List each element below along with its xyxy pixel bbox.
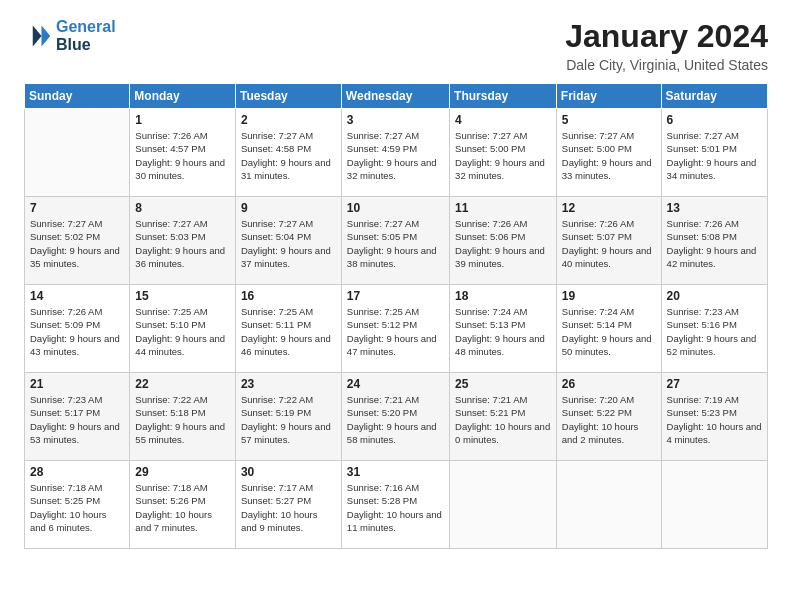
day-info: Sunrise: 7:22 AMSunset: 5:19 PMDaylight:… (241, 393, 336, 446)
calendar-cell: 26Sunrise: 7:20 AMSunset: 5:22 PMDayligh… (556, 373, 661, 461)
calendar-cell: 7Sunrise: 7:27 AMSunset: 5:02 PMDaylight… (25, 197, 130, 285)
day-info: Sunrise: 7:26 AMSunset: 5:08 PMDaylight:… (667, 217, 762, 270)
day-info: Sunrise: 7:27 AMSunset: 5:01 PMDaylight:… (667, 129, 762, 182)
calendar-cell: 19Sunrise: 7:24 AMSunset: 5:14 PMDayligh… (556, 285, 661, 373)
day-info: Sunrise: 7:22 AMSunset: 5:18 PMDaylight:… (135, 393, 230, 446)
day-info: Sunrise: 7:25 AMSunset: 5:11 PMDaylight:… (241, 305, 336, 358)
day-number: 17 (347, 289, 444, 303)
day-number: 16 (241, 289, 336, 303)
day-number: 6 (667, 113, 762, 127)
calendar-cell: 24Sunrise: 7:21 AMSunset: 5:20 PMDayligh… (341, 373, 449, 461)
day-info: Sunrise: 7:18 AMSunset: 5:26 PMDaylight:… (135, 481, 230, 534)
day-info: Sunrise: 7:24 AMSunset: 5:14 PMDaylight:… (562, 305, 656, 358)
calendar-week-row: 7Sunrise: 7:27 AMSunset: 5:02 PMDaylight… (25, 197, 768, 285)
day-info: Sunrise: 7:24 AMSunset: 5:13 PMDaylight:… (455, 305, 551, 358)
day-number: 24 (347, 377, 444, 391)
calendar-cell: 13Sunrise: 7:26 AMSunset: 5:08 PMDayligh… (661, 197, 767, 285)
logo-text: General Blue (56, 18, 116, 53)
calendar-week-row: 14Sunrise: 7:26 AMSunset: 5:09 PMDayligh… (25, 285, 768, 373)
day-info: Sunrise: 7:27 AMSunset: 5:00 PMDaylight:… (455, 129, 551, 182)
day-number: 21 (30, 377, 124, 391)
day-number: 25 (455, 377, 551, 391)
location-title: Dale City, Virginia, United States (565, 57, 768, 73)
calendar-week-row: 1Sunrise: 7:26 AMSunset: 4:57 PMDaylight… (25, 109, 768, 197)
day-info: Sunrise: 7:27 AMSunset: 5:05 PMDaylight:… (347, 217, 444, 270)
day-info: Sunrise: 7:25 AMSunset: 5:12 PMDaylight:… (347, 305, 444, 358)
logo: General Blue (24, 18, 116, 53)
calendar-cell: 4Sunrise: 7:27 AMSunset: 5:00 PMDaylight… (450, 109, 557, 197)
svg-marker-1 (33, 25, 42, 46)
day-info: Sunrise: 7:26 AMSunset: 4:57 PMDaylight:… (135, 129, 230, 182)
day-number: 22 (135, 377, 230, 391)
day-info: Sunrise: 7:27 AMSunset: 5:03 PMDaylight:… (135, 217, 230, 270)
weekday-header: Monday (130, 84, 236, 109)
day-number: 29 (135, 465, 230, 479)
day-number: 9 (241, 201, 336, 215)
weekday-header: Saturday (661, 84, 767, 109)
calendar-cell: 18Sunrise: 7:24 AMSunset: 5:13 PMDayligh… (450, 285, 557, 373)
weekday-header-row: SundayMondayTuesdayWednesdayThursdayFrid… (25, 84, 768, 109)
calendar-cell: 28Sunrise: 7:18 AMSunset: 5:25 PMDayligh… (25, 461, 130, 549)
calendar-cell: 23Sunrise: 7:22 AMSunset: 5:19 PMDayligh… (235, 373, 341, 461)
calendar-cell: 10Sunrise: 7:27 AMSunset: 5:05 PMDayligh… (341, 197, 449, 285)
day-number: 11 (455, 201, 551, 215)
logo-icon (24, 22, 52, 50)
day-number: 13 (667, 201, 762, 215)
day-number: 19 (562, 289, 656, 303)
day-info: Sunrise: 7:27 AMSunset: 4:58 PMDaylight:… (241, 129, 336, 182)
month-title: January 2024 (565, 18, 768, 55)
day-number: 4 (455, 113, 551, 127)
calendar-cell: 2Sunrise: 7:27 AMSunset: 4:58 PMDaylight… (235, 109, 341, 197)
weekday-header: Tuesday (235, 84, 341, 109)
calendar-cell: 8Sunrise: 7:27 AMSunset: 5:03 PMDaylight… (130, 197, 236, 285)
day-info: Sunrise: 7:18 AMSunset: 5:25 PMDaylight:… (30, 481, 124, 534)
calendar-cell: 21Sunrise: 7:23 AMSunset: 5:17 PMDayligh… (25, 373, 130, 461)
calendar-week-row: 28Sunrise: 7:18 AMSunset: 5:25 PMDayligh… (25, 461, 768, 549)
svg-marker-0 (42, 25, 51, 46)
calendar-cell: 12Sunrise: 7:26 AMSunset: 5:07 PMDayligh… (556, 197, 661, 285)
day-info: Sunrise: 7:23 AMSunset: 5:16 PMDaylight:… (667, 305, 762, 358)
day-info: Sunrise: 7:27 AMSunset: 4:59 PMDaylight:… (347, 129, 444, 182)
weekday-header: Friday (556, 84, 661, 109)
day-info: Sunrise: 7:26 AMSunset: 5:07 PMDaylight:… (562, 217, 656, 270)
day-info: Sunrise: 7:27 AMSunset: 5:02 PMDaylight:… (30, 217, 124, 270)
title-block: January 2024 Dale City, Virginia, United… (565, 18, 768, 73)
calendar-cell: 14Sunrise: 7:26 AMSunset: 5:09 PMDayligh… (25, 285, 130, 373)
day-number: 15 (135, 289, 230, 303)
calendar-cell: 3Sunrise: 7:27 AMSunset: 4:59 PMDaylight… (341, 109, 449, 197)
day-number: 1 (135, 113, 230, 127)
calendar-cell: 30Sunrise: 7:17 AMSunset: 5:27 PMDayligh… (235, 461, 341, 549)
calendar-cell: 11Sunrise: 7:26 AMSunset: 5:06 PMDayligh… (450, 197, 557, 285)
day-info: Sunrise: 7:17 AMSunset: 5:27 PMDaylight:… (241, 481, 336, 534)
day-number: 10 (347, 201, 444, 215)
day-number: 31 (347, 465, 444, 479)
day-number: 23 (241, 377, 336, 391)
day-number: 27 (667, 377, 762, 391)
day-number: 12 (562, 201, 656, 215)
day-number: 20 (667, 289, 762, 303)
day-number: 5 (562, 113, 656, 127)
day-info: Sunrise: 7:25 AMSunset: 5:10 PMDaylight:… (135, 305, 230, 358)
day-number: 3 (347, 113, 444, 127)
calendar-cell: 20Sunrise: 7:23 AMSunset: 5:16 PMDayligh… (661, 285, 767, 373)
calendar-cell: 25Sunrise: 7:21 AMSunset: 5:21 PMDayligh… (450, 373, 557, 461)
calendar-cell (556, 461, 661, 549)
day-info: Sunrise: 7:27 AMSunset: 5:00 PMDaylight:… (562, 129, 656, 182)
calendar-cell: 17Sunrise: 7:25 AMSunset: 5:12 PMDayligh… (341, 285, 449, 373)
day-info: Sunrise: 7:26 AMSunset: 5:06 PMDaylight:… (455, 217, 551, 270)
page: General Blue January 2024 Dale City, Vir… (0, 0, 792, 612)
day-info: Sunrise: 7:26 AMSunset: 5:09 PMDaylight:… (30, 305, 124, 358)
day-number: 28 (30, 465, 124, 479)
day-info: Sunrise: 7:21 AMSunset: 5:20 PMDaylight:… (347, 393, 444, 446)
calendar-cell: 5Sunrise: 7:27 AMSunset: 5:00 PMDaylight… (556, 109, 661, 197)
day-info: Sunrise: 7:21 AMSunset: 5:21 PMDaylight:… (455, 393, 551, 446)
day-info: Sunrise: 7:16 AMSunset: 5:28 PMDaylight:… (347, 481, 444, 534)
day-number: 8 (135, 201, 230, 215)
calendar-week-row: 21Sunrise: 7:23 AMSunset: 5:17 PMDayligh… (25, 373, 768, 461)
weekday-header: Sunday (25, 84, 130, 109)
day-info: Sunrise: 7:20 AMSunset: 5:22 PMDaylight:… (562, 393, 656, 446)
calendar-cell: 9Sunrise: 7:27 AMSunset: 5:04 PMDaylight… (235, 197, 341, 285)
calendar-cell: 31Sunrise: 7:16 AMSunset: 5:28 PMDayligh… (341, 461, 449, 549)
day-number: 18 (455, 289, 551, 303)
weekday-header: Wednesday (341, 84, 449, 109)
